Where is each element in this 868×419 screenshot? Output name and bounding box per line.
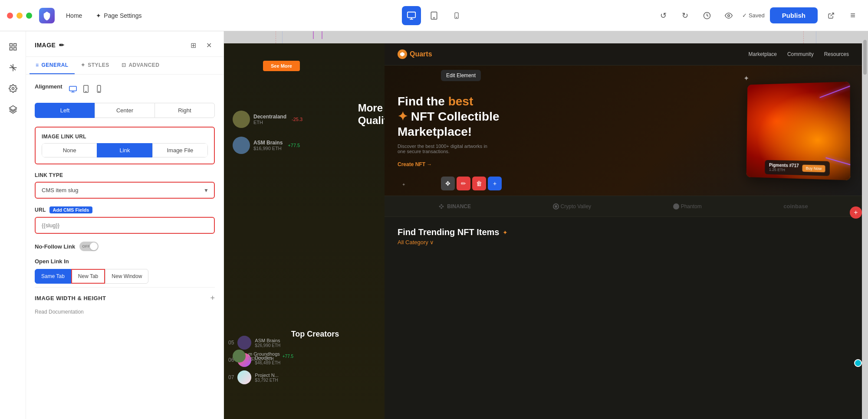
open-link-row: Open Link In Same Tab New Tab New Window — [35, 258, 215, 284]
align-left-btn[interactable]: Left — [35, 103, 95, 118]
svg-marker-26 — [442, 205, 444, 207]
toolbar-cross-icon[interactable] — [4, 59, 22, 76]
svg-rect-17 — [69, 86, 76, 91]
tablet-device-btn[interactable] — [424, 6, 444, 25]
link-type-select-wrapper: CMS item slug External URL Email Phone P… — [35, 182, 215, 199]
tablet-align-icon[interactable] — [81, 84, 91, 94]
trending-title-row: Find Trending NFT Items ✦ — [398, 227, 849, 237]
nft-nav-links: Marketplace Community Resources — [749, 51, 849, 57]
tab-styles-icon: ✦ — [81, 62, 85, 68]
creator-row-decentraland: Decentraland ETH -25.3 — [233, 111, 302, 128]
traffic-green[interactable] — [26, 13, 32, 19]
nft-hero-subtitle: Discover the best 1000+ digital artworks… — [398, 144, 493, 154]
nft-hero-text: Find the best ✦ NFT Collectible Marketpl… — [398, 94, 736, 168]
svg-rect-11 — [13, 48, 16, 50]
svg-rect-10 — [10, 48, 12, 50]
panel-title: IMAGE ✏ — [35, 42, 65, 49]
toolbar-pages-icon[interactable] — [4, 38, 22, 56]
new-window-btn[interactable]: New Window — [105, 269, 148, 284]
nft-trending: Find Trending NFT Items ✦ All Category ∨ — [385, 217, 862, 256]
align-center-btn[interactable]: Center — [95, 103, 155, 118]
link-link-btn[interactable]: Link — [97, 143, 152, 157]
toolbar-layers-icon[interactable] — [4, 101, 22, 118]
toolbar-settings-icon[interactable] — [4, 80, 22, 97]
device-switcher — [402, 6, 466, 25]
device-alignment-icons — [68, 84, 104, 94]
home-nav[interactable]: Home — [60, 10, 88, 22]
same-tab-btn[interactable]: Same Tab — [35, 269, 71, 284]
svg-marker-24 — [400, 52, 404, 56]
saved-status: ✓ Saved — [742, 12, 765, 19]
traffic-red[interactable] — [7, 13, 13, 19]
svg-point-2 — [434, 17, 434, 18]
see-more-btn: See More — [263, 61, 300, 71]
preview-right-nft: Quarts Marketplace Community Resources F… — [385, 43, 862, 419]
add-cms-fields-btn[interactable]: Add CMS Fields — [49, 206, 93, 213]
link-type-select[interactable]: CMS item slug External URL Email Phone P… — [36, 183, 214, 198]
mobile-device-btn[interactable] — [447, 6, 466, 25]
binance-logo: BINANCE — [438, 203, 471, 210]
no-follow-toggle[interactable]: OFF — [79, 242, 99, 251]
scroll-indicator[interactable] — [854, 359, 862, 367]
image-width-height-section[interactable]: IMAGE WIDTH & HEIGHT + — [35, 287, 215, 309]
svg-rect-8 — [10, 44, 12, 46]
preview-btn[interactable] — [720, 7, 737, 24]
redo-btn[interactable]: ↻ — [677, 7, 694, 24]
phantom-logo: Phantom — [673, 203, 702, 210]
guide-mark-1 — [313, 31, 314, 39]
expand-icon: + — [210, 294, 215, 303]
panel-close-btn[interactable]: ✕ — [203, 39, 215, 51]
svg-rect-9 — [13, 44, 16, 46]
delete-element-btn[interactable]: 🗑 — [472, 177, 486, 190]
desktop-align-icon[interactable] — [68, 84, 78, 94]
edit-element-tooltip: Edit Element — [441, 70, 481, 81]
tab-general[interactable]: ≡ GENERAL — [30, 57, 75, 74]
link-imagefile-btn[interactable]: Image File — [152, 143, 208, 157]
align-right-btn[interactable]: Right — [155, 103, 215, 118]
tab-styles[interactable]: ✦ STYLES — [75, 57, 115, 74]
panel-content: Alignment — [26, 75, 224, 324]
image-link-url-section: Image Link URL None Link Image File — [35, 127, 215, 164]
nft-logo: Quarts — [398, 49, 432, 59]
traffic-lights — [7, 13, 32, 19]
panel-actions: ⊞ ✕ — [187, 39, 215, 51]
undo-btn[interactable]: ↺ — [655, 7, 672, 24]
mobile-align-icon[interactable] — [94, 84, 104, 94]
add-element-btn[interactable]: + — [488, 177, 502, 190]
tab-advanced-icon: ⊡ — [122, 62, 126, 68]
url-label-row: URL Add CMS Fields — [35, 206, 215, 213]
history-btn[interactable] — [699, 7, 715, 24]
edit-element-btn[interactable]: ✏ — [457, 177, 470, 190]
docs-link[interactable]: Read Documentation — [35, 309, 84, 315]
publish-button[interactable]: Publish — [770, 7, 818, 23]
preview-left-bg: See More Decentraland ETH -25.3 More Tha… — [224, 43, 406, 419]
panel-edit-icon[interactable]: ✏ — [59, 42, 65, 49]
svg-point-21 — [85, 91, 86, 92]
scrollbar-thumb — [863, 40, 867, 75]
new-tab-btn[interactable]: New Tab — [72, 270, 104, 283]
hamburger-menu-btn[interactable]: ≡ — [845, 7, 861, 24]
guide-mark-2 — [322, 31, 322, 39]
app-logo — [39, 8, 55, 23]
alignment-button-group: Left Center Right — [35, 103, 215, 118]
svg-marker-27 — [439, 205, 441, 207]
trending-category[interactable]: All Category ∨ — [398, 239, 849, 246]
url-input[interactable] — [36, 218, 214, 233]
external-link-btn[interactable] — [823, 7, 839, 24]
panel-layout-btn[interactable]: ⊞ — [187, 39, 199, 51]
link-none-btn[interactable]: None — [42, 143, 97, 157]
svg-point-23 — [99, 91, 99, 92]
move-element-btn[interactable]: ✥ — [441, 177, 455, 190]
titlebar-right: ↺ ↻ ✓ Saved Publish ≡ — [655, 7, 861, 24]
traffic-yellow[interactable] — [16, 13, 23, 19]
nft-hero-title: Find the best ✦ NFT Collectible Marketpl… — [398, 94, 736, 139]
desktop-device-btn[interactable] — [402, 6, 421, 25]
buy-now-btn[interactable]: Buy Now — [802, 164, 825, 172]
svg-line-7 — [831, 13, 834, 16]
svg-marker-28 — [441, 207, 443, 209]
page-settings-nav[interactable]: ✦ Page Settings — [90, 10, 148, 22]
tab-advanced[interactable]: ⊡ ADVANCED — [115, 57, 166, 74]
right-scrollbar[interactable] — [862, 31, 868, 419]
canvas-add-btn[interactable]: + — [850, 206, 862, 219]
no-follow-row: No-Follow Link OFF — [35, 242, 215, 251]
